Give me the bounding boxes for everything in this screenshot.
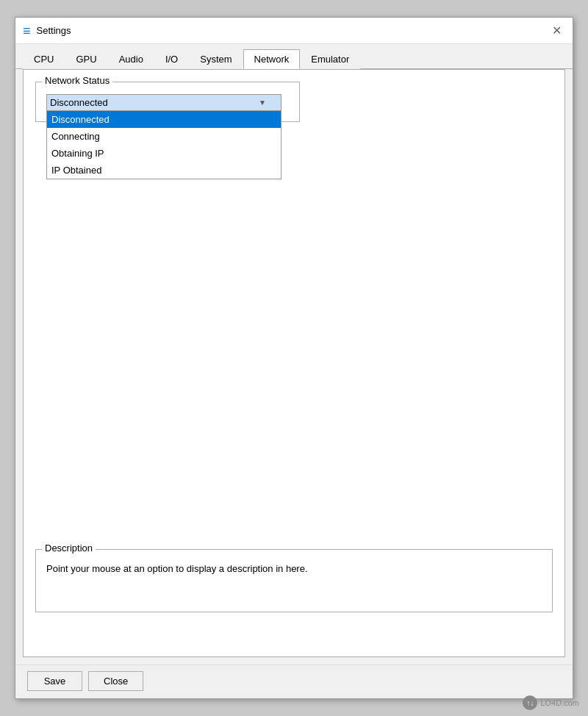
window-title: Settings <box>37 25 71 36</box>
tab-system[interactable]: System <box>189 49 243 69</box>
network-status-group: Network Status Disconnected ▼ Disconnect… <box>35 82 300 122</box>
save-button[interactable]: Save <box>27 671 82 691</box>
bottom-bar: Save Close ↑↓ LO4D.com <box>15 665 573 698</box>
tab-bar: CPU GPU Audio I/O System Network Emulato… <box>15 44 573 69</box>
watermark-text: LO4D.com <box>540 698 579 707</box>
dropdown-option-ip-obtained[interactable]: IP Obtained <box>47 162 281 179</box>
tab-audio[interactable]: Audio <box>108 49 154 69</box>
watermark: ↑↓ LO4D.com <box>523 695 579 710</box>
settings-window: ≡ Settings ✕ CPU GPU Audio I/O System Ne… <box>15 17 573 699</box>
description-legend: Description <box>42 543 96 554</box>
close-button[interactable]: Close <box>88 671 143 691</box>
tab-cpu[interactable]: CPU <box>23 49 65 69</box>
content-area: Network Status Disconnected ▼ Disconnect… <box>23 69 565 657</box>
tab-gpu[interactable]: GPU <box>65 49 107 69</box>
tab-io[interactable]: I/O <box>154 49 189 69</box>
tab-emulator[interactable]: Emulator <box>300 49 360 69</box>
dropdown-option-connecting[interactable]: Connecting <box>47 128 281 145</box>
window-close-button[interactable]: ✕ <box>548 22 565 40</box>
network-status-dropdown-list: Disconnected Connecting Obtaining IP IP … <box>46 111 282 179</box>
app-icon: ≡ <box>23 24 31 37</box>
network-status-dropdown-wrapper: Disconnected ▼ Disconnected Connecting O… <box>46 94 282 111</box>
title-bar: ≡ Settings ✕ <box>15 18 573 44</box>
dropdown-option-obtaining-ip[interactable]: Obtaining IP <box>47 145 281 162</box>
dropdown-selected-value: Disconnected <box>50 97 108 108</box>
network-status-dropdown[interactable]: Disconnected ▼ <box>46 94 282 111</box>
tab-network[interactable]: Network <box>243 49 301 69</box>
network-status-legend: Network Status <box>42 75 112 86</box>
title-bar-left: ≡ Settings <box>23 24 71 37</box>
watermark-icon: ↑↓ <box>523 695 537 710</box>
description-group: Description Point your mouse at an optio… <box>35 549 553 612</box>
description-text: Point your mouse at an option to display… <box>46 557 542 601</box>
dropdown-option-disconnected[interactable]: Disconnected <box>47 111 281 128</box>
chevron-down-icon: ▼ <box>259 99 266 107</box>
